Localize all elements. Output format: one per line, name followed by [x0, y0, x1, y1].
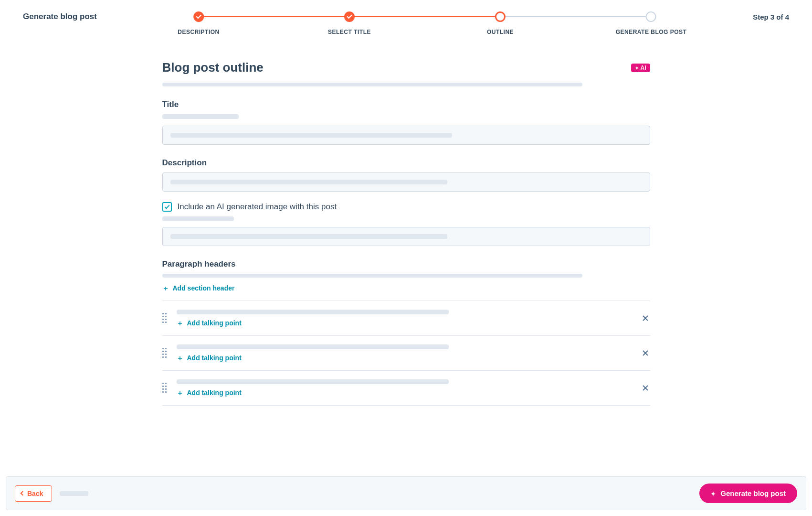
- include-ai-image-label: Include an AI generated image with this …: [178, 202, 337, 212]
- check-icon: [196, 13, 201, 19]
- progress-node-icon: [344, 11, 355, 22]
- skeleton-line: [60, 491, 88, 496]
- add-talking-point-label: Add talking point: [187, 354, 242, 362]
- paragraph-headers-label: Paragraph headers: [162, 259, 650, 269]
- add-talking-point-label: Add talking point: [187, 389, 242, 397]
- remove-header-button[interactable]: [641, 383, 650, 393]
- sparkle-icon: [635, 64, 639, 71]
- generate-blog-post-button[interactable]: Generate blog post: [699, 484, 797, 503]
- progress-step[interactable]: GENERATE BLOG POST: [616, 11, 687, 35]
- add-section-header-label: Add section header: [173, 284, 235, 292]
- ai-badge-label: AI: [641, 64, 646, 71]
- back-button[interactable]: Back: [15, 485, 52, 502]
- paragraph-header-row: ＋Add talking point: [162, 301, 650, 336]
- add-talking-point-label: Add talking point: [187, 319, 242, 327]
- page-title: Blog post outline: [162, 60, 264, 75]
- wizard-header: Generate blog post DESCRIPTIONSELECT TIT…: [0, 0, 812, 22]
- skeleton-line: [177, 344, 449, 349]
- drag-handle-icon[interactable]: [162, 313, 169, 323]
- paragraph-header-content: ＋Add talking point: [177, 344, 633, 362]
- wizard-title: Generate blog post: [23, 12, 97, 22]
- drag-handle-icon[interactable]: [162, 383, 169, 393]
- skeleton-line: [162, 274, 582, 278]
- skeleton-line: [162, 83, 582, 86]
- progress-step[interactable]: SELECT TITLE: [328, 11, 371, 35]
- progress-step[interactable]: OUTLINE: [487, 11, 514, 35]
- check-icon: [347, 13, 352, 19]
- plus-icon: ＋: [162, 285, 169, 291]
- progress-node-icon: [495, 11, 506, 22]
- plus-icon: ＋: [177, 389, 183, 396]
- skeleton-line: [170, 234, 447, 239]
- chevron-left-icon: [21, 491, 25, 496]
- ai-badge: AI: [631, 64, 650, 72]
- add-section-header-button[interactable]: ＋ Add section header: [162, 284, 235, 292]
- description-input[interactable]: [162, 172, 650, 192]
- progress-step-label: OUTLINE: [487, 29, 514, 35]
- check-icon: [164, 204, 169, 209]
- skeleton-line: [170, 133, 452, 138]
- add-talking-point-button[interactable]: ＋Add talking point: [177, 319, 633, 327]
- progress-step-label: GENERATE BLOG POST: [616, 29, 687, 35]
- progress-step-label: SELECT TITLE: [328, 29, 371, 35]
- skeleton-line: [162, 114, 239, 119]
- paragraph-header-content: ＋Add talking point: [177, 379, 633, 397]
- add-talking-point-button[interactable]: ＋Add talking point: [177, 354, 633, 362]
- include-ai-image-checkbox[interactable]: [162, 202, 172, 212]
- skeleton-line: [170, 180, 447, 184]
- progress-step-label: DESCRIPTION: [178, 29, 220, 35]
- paragraph-header-content: ＋Add talking point: [177, 310, 633, 327]
- plus-icon: ＋: [177, 355, 183, 361]
- ai-image-prompt-input[interactable]: [162, 227, 650, 246]
- paragraph-header-row: ＋Add talking point: [162, 336, 650, 371]
- progress-node-icon: [193, 11, 204, 22]
- title-section-label: Title: [162, 100, 650, 109]
- progress-node-icon: [646, 11, 656, 22]
- paragraph-header-row: ＋Add talking point: [162, 371, 650, 406]
- sparkle-icon: [711, 489, 716, 497]
- drag-handle-icon[interactable]: [162, 348, 169, 358]
- skeleton-line: [162, 216, 234, 221]
- progress-stepper: DESCRIPTIONSELECT TITLEOUTLINEGENERATE B…: [181, 11, 668, 22]
- skeleton-line: [177, 310, 449, 314]
- remove-header-button[interactable]: [641, 348, 650, 358]
- progress-step[interactable]: DESCRIPTION: [178, 11, 220, 35]
- step-indicator: Step 3 of 4: [753, 13, 789, 21]
- wizard-footer: Back Generate blog post: [6, 476, 806, 510]
- title-input[interactable]: [162, 126, 650, 145]
- add-talking-point-button[interactable]: ＋Add talking point: [177, 389, 633, 397]
- plus-icon: ＋: [177, 320, 183, 326]
- description-section-label: Description: [162, 158, 650, 168]
- remove-header-button[interactable]: [641, 313, 650, 323]
- main-content: Blog post outline AI Title Description I…: [151, 60, 662, 406]
- generate-button-label: Generate blog post: [720, 489, 786, 497]
- skeleton-line: [177, 379, 449, 384]
- back-button-label: Back: [27, 490, 43, 497]
